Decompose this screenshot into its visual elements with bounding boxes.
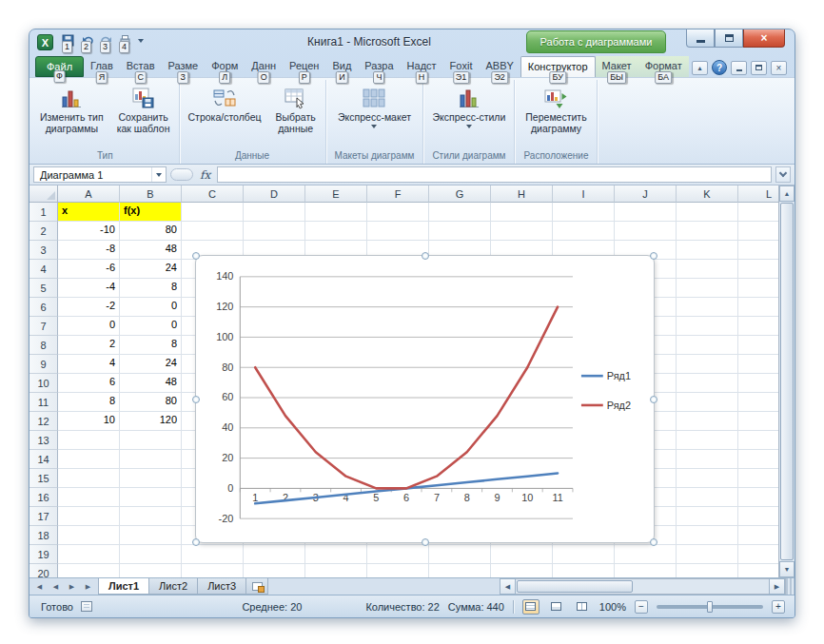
switch-row-column-button[interactable]: Строка/столбец [183, 82, 267, 149]
quick-layout-button[interactable]: Экспресс-макет [332, 82, 417, 149]
cell-D19[interactable] [244, 545, 305, 564]
cell-L1[interactable] [738, 203, 778, 222]
workbook-minimize-button[interactable] [731, 61, 747, 75]
zoom-in-button[interactable]: + [772, 600, 785, 614]
chart-selection-handle[interactable] [192, 252, 200, 260]
chart-selection-handle[interactable] [192, 538, 200, 546]
qat-extra-button[interactable]: 4 [117, 32, 133, 49]
cell-A1[interactable]: x [58, 203, 120, 222]
sheet-nav-last-button[interactable]: ▶ [81, 580, 95, 594]
column-header-J[interactable]: J [615, 185, 677, 203]
cell-B16[interactable] [120, 488, 182, 507]
cell-B12[interactable]: 120 [120, 412, 182, 431]
cell-A20[interactable] [58, 564, 120, 577]
chart-selection-handle[interactable] [192, 396, 200, 403]
cell-K20[interactable] [677, 564, 738, 577]
maximize-button[interactable] [715, 29, 743, 48]
cell-K2[interactable] [677, 222, 738, 241]
column-header-D[interactable]: D [244, 185, 305, 203]
cell-L20[interactable] [738, 564, 778, 577]
macro-record-button[interactable] [81, 601, 92, 612]
cell-L15[interactable] [738, 469, 778, 488]
column-header-E[interactable]: E [305, 185, 367, 203]
ribbon-tab-13[interactable]: МакетБЫ [596, 56, 638, 77]
formula-bar-expand-button[interactable] [775, 166, 791, 183]
workbook-restore-button[interactable] [751, 61, 767, 75]
cell-J1[interactable] [615, 203, 677, 222]
cell-A13[interactable] [58, 431, 120, 450]
cell-E2[interactable] [305, 222, 367, 241]
cell-L3[interactable] [738, 241, 778, 260]
cell-A15[interactable] [58, 469, 120, 488]
cell-C2[interactable] [182, 222, 244, 241]
cell-K18[interactable] [677, 526, 738, 545]
cell-L12[interactable] [738, 412, 778, 431]
row-header-11[interactable]: 11 [29, 393, 58, 412]
column-header-K[interactable]: K [677, 185, 738, 203]
formula-input[interactable] [217, 166, 772, 183]
row-header-10[interactable]: 10 [29, 374, 58, 393]
cell-A12[interactable]: 10 [58, 412, 120, 431]
ribbon-tab-0[interactable]: ФайлФ [35, 56, 84, 77]
cell-B11[interactable]: 80 [120, 393, 182, 412]
cell-L2[interactable] [738, 222, 778, 241]
cell-L6[interactable] [738, 298, 778, 317]
chart-selection-handle[interactable] [650, 396, 657, 403]
cell-L16[interactable] [738, 488, 778, 507]
row-header-15[interactable]: 15 [29, 469, 58, 488]
zoom-slider-thumb[interactable] [707, 601, 713, 613]
cell-K12[interactable] [677, 412, 738, 431]
insert-function-button[interactable]: fx [197, 168, 213, 182]
cell-K5[interactable] [677, 279, 738, 298]
zoom-level-button[interactable]: 100% [599, 601, 626, 613]
collapse-ribbon-button[interactable]: ▴ [692, 61, 708, 75]
row-header-20[interactable]: 20 [29, 564, 58, 577]
change-chart-type-button[interactable]: Изменить типдиаграммы [34, 82, 109, 149]
row-header-8[interactable]: 8 [29, 336, 58, 355]
qat-customize-button[interactable] [136, 32, 146, 49]
cell-H20[interactable] [491, 564, 553, 577]
column-header-F[interactable]: F [367, 185, 429, 203]
column-header-G[interactable]: G [429, 185, 491, 203]
minimize-button[interactable] [686, 29, 715, 48]
vertical-scrollbar-thumb[interactable] [780, 203, 794, 560]
cell-B8[interactable]: 8 [120, 336, 182, 355]
cell-A10[interactable]: 6 [58, 374, 120, 393]
excel-app-icon[interactable]: X [37, 34, 53, 50]
cell-I20[interactable] [553, 564, 615, 577]
cell-I19[interactable] [553, 545, 615, 564]
select-all-corner[interactable] [29, 185, 58, 203]
ribbon-tab-2[interactable]: ВставС [120, 56, 162, 77]
page-layout-view-button[interactable] [548, 599, 565, 615]
cell-B6[interactable]: 0 [120, 298, 182, 317]
row-header-17[interactable]: 17 [29, 507, 58, 526]
cell-D1[interactable] [244, 203, 305, 222]
normal-view-button[interactable] [522, 599, 540, 615]
row-header-6[interactable]: 6 [29, 298, 58, 317]
cell-B1[interactable]: f(x) [120, 203, 182, 222]
cell-K14[interactable] [677, 450, 738, 469]
name-box[interactable]: Диаграмма 1 [33, 166, 167, 183]
cell-H1[interactable] [491, 203, 553, 222]
cell-K1[interactable] [677, 203, 738, 222]
cell-A11[interactable]: 8 [58, 393, 120, 412]
cell-L17[interactable] [738, 507, 778, 526]
cell-E20[interactable] [305, 564, 367, 577]
cell-J20[interactable] [615, 564, 677, 577]
cell-A6[interactable]: -2 [58, 298, 120, 317]
cell-G1[interactable] [429, 203, 491, 222]
cell-B14[interactable] [120, 450, 182, 469]
undo-button[interactable]: 2 [79, 32, 95, 49]
ribbon-tab-6[interactable]: РеценР [283, 56, 325, 77]
quick-styles-button[interactable]: Экспресс-стили [427, 82, 512, 149]
scroll-up-button[interactable]: ▲ [779, 185, 795, 202]
cell-F19[interactable] [367, 545, 429, 564]
cell-B9[interactable]: 24 [120, 355, 182, 374]
horizontal-scrollbar-thumb[interactable] [517, 580, 633, 593]
name-box-dropdown-button[interactable] [151, 167, 166, 182]
column-header-C[interactable]: C [182, 185, 244, 203]
cell-C19[interactable] [182, 545, 244, 564]
scroll-down-button[interactable]: ▼ [779, 561, 795, 577]
sheet-nav-prev-button[interactable]: ◀ [49, 580, 63, 594]
cell-A7[interactable]: 0 [58, 317, 120, 336]
